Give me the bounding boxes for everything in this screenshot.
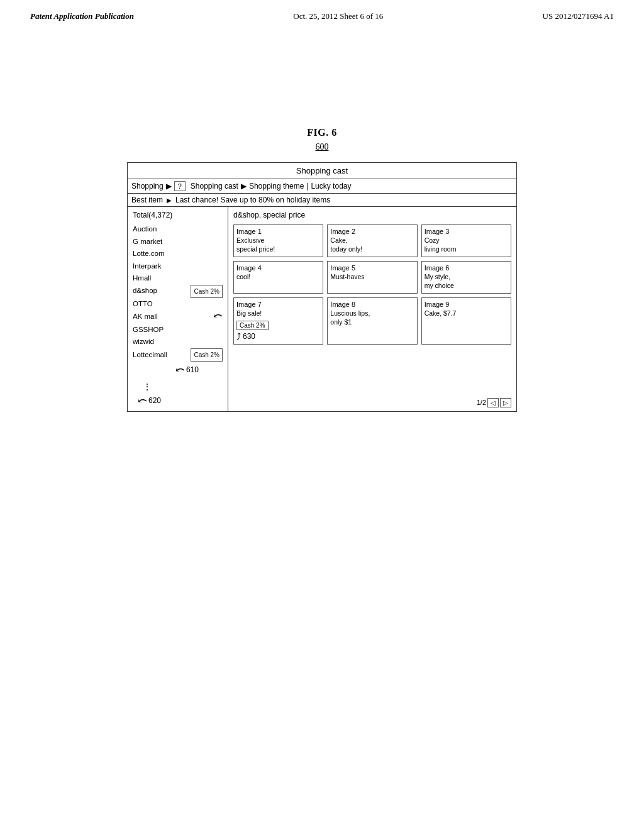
store-name-hmall: Hmall <box>133 272 151 285</box>
ui-diagram: Shopping cast Shopping ▶ ? Shopping cast… <box>127 162 517 412</box>
list-item: wizwid <box>133 336 223 348</box>
image-desc-9: Cake, $7.7 <box>425 309 457 318</box>
annotation-610-label: 610 <box>186 365 199 374</box>
ui-nav-bar: Shopping ▶ ? Shopping cast ▶ Shopping th… <box>128 179 516 194</box>
image-desc-6: My style,my choice <box>425 273 454 290</box>
pagination-current: 1/2 <box>477 399 486 406</box>
image-cell-8[interactable]: Image 8 Luscious lips,only $1 <box>327 297 417 345</box>
store-name-interpark: Interpark <box>133 260 161 273</box>
image-desc-1: Exclusivespecial price! <box>236 236 275 253</box>
list-item: Lotte.com <box>133 248 223 260</box>
annotation-630-label: 630 <box>243 332 255 341</box>
store-name-wizwid: wizwid <box>133 336 154 348</box>
ui-sidebar: Total(4,372) Auction G market Lotte.com … <box>128 207 228 411</box>
next-page-btn[interactable]: ▷ <box>500 398 511 407</box>
store-name-otto: OTTO <box>133 298 153 311</box>
list-item: Interpark <box>133 260 223 273</box>
sidebar-dots-section: ⋮ ⤺ 620 <box>138 382 223 407</box>
image-label-6: Image 6 <box>425 264 450 272</box>
nav-arrow2: ▶ <box>241 182 247 191</box>
pagination: 1/2 ◁ ▷ <box>477 398 511 407</box>
image-cell-2[interactable]: Image 2 Cake,today only! <box>327 224 417 257</box>
store-name-gsshop: GSSHOP <box>133 324 164 336</box>
best-item-label: Best item <box>131 196 163 204</box>
image-desc-7: Big sale! <box>236 309 262 318</box>
best-bar-message: Last chance! Save up to 80% on holiday i… <box>175 196 330 204</box>
image-cell-1[interactable]: Image 1 Exclusivespecial price! <box>233 224 323 257</box>
page-header: Patent Application Publication Oct. 25, … <box>0 0 644 26</box>
fig-number: 600 <box>316 142 329 152</box>
image-cell-9[interactable]: Image 9 Cake, $7.7 <box>421 297 511 345</box>
store-name-gmarket: G market <box>133 236 162 248</box>
header-patent-number: US 2012/0271694 A1 <box>543 11 614 21</box>
list-item: d&shop Cash 2% <box>133 285 223 298</box>
annotation-620-label: 620 <box>148 396 161 405</box>
image-label-4: Image 4 <box>236 264 262 272</box>
cash-badge-lottecimall: Cash 2% <box>191 348 223 362</box>
cash-badge-content: Cash 2% <box>236 321 269 330</box>
image-label-8: Image 8 <box>330 301 355 308</box>
list-item: AK mall ⤺ <box>133 310 223 324</box>
nav-separator: | <box>306 182 308 191</box>
ui-content: d&shop, special price Image 1 Exclusives… <box>228 207 516 411</box>
annotation-610: ⤺ 610 <box>175 363 223 377</box>
store-name-lotte: Lotte.com <box>133 248 165 260</box>
list-item: GSSHOP <box>133 324 223 336</box>
ui-best-bar: Best item ▶ Last chance! Save up to 80% … <box>128 194 516 207</box>
dots-vertical-icon: ⋮ <box>143 382 223 392</box>
annotation-620: ⤺ 620 <box>138 394 223 407</box>
nav-question-btn[interactable]: ? <box>174 181 186 191</box>
store-name-akmall: AK mall <box>133 311 158 323</box>
best-arrow-icon: ▶ <box>167 197 172 204</box>
ui-title-bar: Shopping cast <box>128 163 516 179</box>
figure-container: FIG. 6 600 Shopping cast Shopping ▶ ? Sh… <box>0 127 644 412</box>
cash-badge-dshop: Cash 2% <box>191 285 223 298</box>
curve-arrow-icon: ⤴ <box>236 331 241 341</box>
image-label-3: Image 3 <box>425 228 450 235</box>
image-desc-5: Must-haves <box>330 273 364 282</box>
list-item: Hmall <box>133 272 223 285</box>
list-item: Lottecimall Cash 2% <box>133 348 223 362</box>
image-cell-7[interactable]: Image 7 Big sale! Cash 2% ⤴ 630 <box>233 297 323 345</box>
image-label-2: Image 2 <box>330 228 355 235</box>
nav-arrow1: ▶ <box>166 182 172 191</box>
store-name-dshop: d&shop <box>133 285 157 297</box>
annotation-630: ⤴ 630 <box>236 331 255 341</box>
image-desc-2: Cake,today only! <box>330 236 362 253</box>
header-publication: Patent Application Publication <box>30 11 134 21</box>
store-name-auction: Auction <box>133 223 157 236</box>
ui-main: Total(4,372) Auction G market Lotte.com … <box>128 207 516 411</box>
image-cell-3[interactable]: Image 3 Cozyliving room <box>421 224 511 257</box>
list-item: Auction <box>133 223 223 236</box>
nav-lucky-today: Lucky today <box>311 182 351 191</box>
image-desc-4: cool! <box>236 273 250 282</box>
image-label-5: Image 5 <box>330 264 355 272</box>
store-name-lottecimall: Lottecimall <box>133 349 167 362</box>
fig-title: FIG. 6 <box>307 127 336 138</box>
nav-shopping-theme: Shopping theme <box>249 182 304 191</box>
list-item: OTTO <box>133 298 223 311</box>
header-date-sheet: Oct. 25, 2012 Sheet 6 of 16 <box>293 11 383 21</box>
image-label-9: Image 9 <box>425 301 450 308</box>
content-section-title: d&shop, special price <box>233 211 511 219</box>
image-cell-5[interactable]: Image 5 Must-haves <box>327 261 417 294</box>
image-desc-8: Luscious lips,only $1 <box>330 309 370 326</box>
image-grid: Image 1 Exclusivespecial price! Image 2 … <box>233 224 511 345</box>
list-item: G market <box>133 236 223 248</box>
sidebar-total: Total(4,372) <box>133 211 223 219</box>
nav-shopping-cast: Shopping cast <box>191 182 238 191</box>
image-cell-4[interactable]: Image 4 cool! <box>233 261 323 294</box>
sidebar-store-list: Auction G market Lotte.com Interpark Hma… <box>133 223 223 362</box>
image-label-7: Image 7 <box>236 301 262 308</box>
prev-page-btn[interactable]: ◁ <box>487 398 499 407</box>
image-label-1: Image 1 <box>236 228 262 235</box>
image-desc-3: Cozyliving room <box>425 236 457 253</box>
image-cell-6[interactable]: Image 6 My style,my choice <box>421 261 511 294</box>
nav-shopping-label: Shopping <box>131 182 164 191</box>
